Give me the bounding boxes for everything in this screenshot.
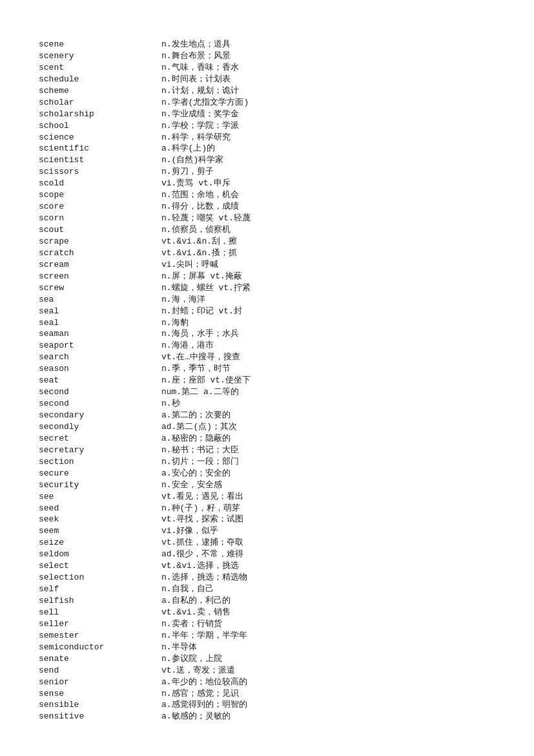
entry-word: search	[39, 352, 161, 363]
entry-word: semester	[39, 630, 161, 642]
table-row: secondarya.第二的；次要的	[39, 410, 502, 421]
entry-definition: n.感官；感觉；见识	[161, 688, 502, 700]
entry-definition: vt.寻找，探索；试图	[161, 514, 502, 525]
entry-definition: n.秘书；书记；大臣	[161, 445, 502, 456]
table-row: seaportn.海港，港市	[39, 340, 502, 352]
entry-word: school	[39, 120, 161, 132]
table-row: sectionn.切片；一段；部门	[39, 456, 502, 468]
table-row: scrape vt.&vi.&n.刮，擦	[39, 236, 502, 247]
entry-word: scenery	[39, 50, 161, 62]
entry-definition: n.得分，比数，成绩	[161, 201, 502, 213]
entry-word: select	[39, 560, 161, 572]
entry-definition: n.海员，水手；水兵	[161, 328, 502, 340]
entry-definition: n.舞台布景；风景	[161, 50, 502, 62]
entry-definition: n.科学，科学研究	[161, 132, 502, 143]
entry-definition: n.海港，港市	[161, 340, 502, 352]
entry-definition: a.秘密的；隐蔽的	[161, 433, 502, 445]
entry-word: score	[39, 201, 161, 213]
entry-definition: n.座；座部 vt.使坐下	[161, 375, 502, 386]
entry-definition: n.海，海洋	[161, 294, 502, 306]
entry-definition: vt.看见；遇见；看出	[161, 491, 502, 503]
entry-word: seek	[39, 514, 161, 525]
entry-word: science	[39, 132, 161, 143]
entry-word: section	[39, 456, 161, 468]
table-row: schooln.学校；学院；学派	[39, 120, 502, 132]
table-row: schedulen.时间表；计划表	[39, 74, 502, 85]
entry-definition: vt.&vi.选择，挑选	[161, 560, 502, 572]
entry-word: sea	[39, 294, 161, 306]
table-row: selfisha.自私的，利己的	[39, 595, 502, 607]
entry-definition: n.季，季节，时节	[161, 363, 502, 375]
entry-definition: n.自我，自己	[161, 583, 502, 595]
entry-definition: a.年少的；地位较高的	[161, 677, 502, 688]
entry-word: scorn	[39, 213, 161, 224]
entry-definition: n.时间表；计划表	[161, 74, 502, 85]
entry-definition: n.发生地点；道具	[161, 39, 502, 50]
table-row: scholarshipn.学业成绩；奖学金	[39, 109, 502, 120]
entry-word: scream	[39, 259, 161, 271]
entry-word: sell	[39, 607, 161, 618]
entry-word: scholar	[39, 97, 161, 109]
entry-definition: n.参议院，上院	[161, 653, 502, 665]
entry-word: sense	[39, 688, 161, 700]
table-row: seldomad.很少，不常，难得	[39, 549, 502, 560]
entry-definition: vi.尖叫；呼喊	[161, 259, 502, 271]
entry-definition: num.第二 a.二等的	[161, 386, 502, 398]
entry-definition: n.封蜡；印记 vt.封	[161, 306, 502, 317]
table-row: searchvt.在…中搜寻，搜查	[39, 352, 502, 363]
entry-word: seal	[39, 306, 161, 317]
entry-definition: n.螺旋，螺丝 vt.拧紧	[161, 282, 502, 294]
entry-word: senior	[39, 677, 161, 688]
entry-definition: n.种(子)，籽，萌芽	[161, 503, 502, 514]
table-row: sciencen.科学，科学研究	[39, 132, 502, 143]
entry-definition: a.第二的；次要的	[161, 410, 502, 421]
table-row: selectionn.选择，挑选；精选物	[39, 572, 502, 583]
table-row: sellvt.&vi.卖，销售	[39, 607, 502, 618]
table-row: scoren.得分，比数，成绩	[39, 201, 502, 213]
table-row: send vt.送，寄发；派遣	[39, 665, 502, 677]
table-row: secretaryn.秘书；书记；大臣	[39, 445, 502, 456]
entry-definition: vt.&vi.卖，销售	[161, 607, 502, 618]
table-row: secondnum.第二 a.二等的	[39, 386, 502, 398]
entry-definition: n.秒	[161, 398, 502, 410]
table-row: semiconductorn.半导体	[39, 642, 502, 653]
entry-definition: n.切片；一段；部门	[161, 456, 502, 468]
entry-definition: n.计划，规划；诡计	[161, 85, 502, 97]
entry-definition: vt.抓住，逮捕；夺取	[161, 537, 502, 549]
entry-definition: vt.送，寄发；派遣	[161, 665, 502, 677]
table-row: secondlyad.第二(点)；其次	[39, 421, 502, 433]
table-row: sceneryn.舞台布景；风景	[39, 50, 502, 62]
dictionary-list: scenen.发生地点；道具sceneryn.舞台布景；风景scentn.气味，…	[39, 39, 502, 722]
table-row: secret a.秘密的；隐蔽的	[39, 433, 502, 445]
table-row: selfn.自我，自己	[39, 583, 502, 595]
table-row: sensitivea.敏感的；灵敏的	[39, 711, 502, 722]
entry-word: secretary	[39, 445, 161, 456]
entry-word: seller	[39, 618, 161, 630]
entry-word: secondly	[39, 421, 161, 433]
entry-word: secret	[39, 433, 161, 445]
entry-word: scold	[39, 178, 161, 189]
entry-definition: n.气味，香味；香水	[161, 62, 502, 74]
entry-word: season	[39, 363, 161, 375]
entry-definition: vi.责骂 vt.申斥	[161, 178, 502, 189]
entry-word: scientific	[39, 143, 161, 154]
entry-definition: a.敏感的；灵敏的	[161, 711, 502, 722]
entry-word: secondary	[39, 410, 161, 421]
entry-definition: a.科学(上)的	[161, 143, 502, 154]
entry-word: selection	[39, 572, 161, 583]
table-row: screwn.螺旋，螺丝 vt.拧紧	[39, 282, 502, 294]
table-row: seasonn.季，季节，时节	[39, 363, 502, 375]
table-row: seedn.种(子)，籽，萌芽	[39, 503, 502, 514]
entry-definition: n.侦察员，侦察机	[161, 224, 502, 236]
entry-definition: n.半年；学期，半学年	[161, 630, 502, 642]
entry-definition: ad.第二(点)；其次	[161, 421, 502, 433]
entry-definition: n.学校；学院；学派	[161, 120, 502, 132]
entry-word: semiconductor	[39, 642, 161, 653]
entry-word: sensible	[39, 699, 161, 711]
entry-definition: a.安心的；安全的	[161, 468, 502, 479]
entry-word: scout	[39, 224, 161, 236]
entry-definition: n.轻蔑；嘲笑 vt.轻蔑	[161, 213, 502, 224]
entry-word: scholarship	[39, 109, 161, 120]
entry-word: schedule	[39, 74, 161, 85]
table-row: scissorsn.剪刀，剪子	[39, 166, 502, 178]
